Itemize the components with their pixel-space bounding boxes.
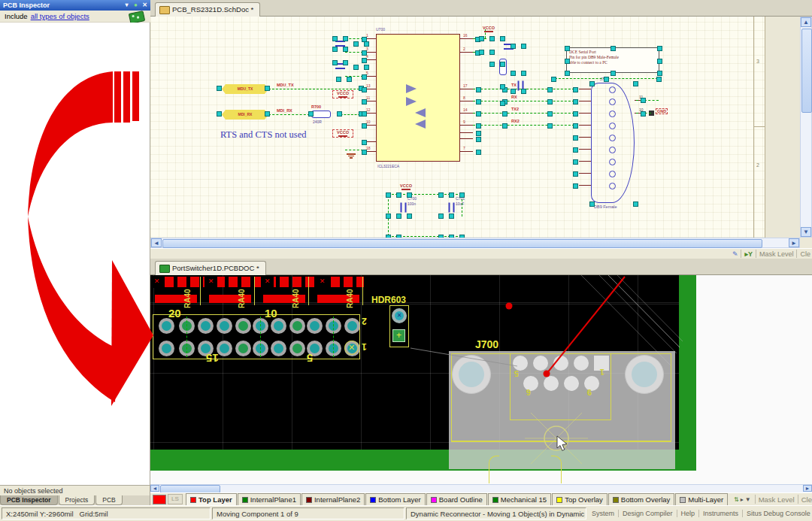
current-layer-swatch[interactable]	[153, 495, 166, 504]
selection-handle[interactable]	[308, 111, 314, 117]
db9-pin[interactable]	[579, 185, 591, 186]
menu-instruments[interactable]: Instruments	[698, 510, 742, 517]
selection-handle[interactable]	[479, 50, 484, 55]
selection-handle[interactable]	[332, 47, 338, 52]
j700-pin[interactable]	[574, 356, 589, 371]
selection-handle[interactable]	[343, 60, 348, 65]
ic-pin[interactable]	[460, 101, 473, 101]
hdr603-pad2[interactable]: +	[392, 329, 405, 342]
selection-handle[interactable]	[573, 147, 578, 153]
clear-button[interactable]: Cle	[801, 495, 812, 504]
selection-handle[interactable]	[343, 36, 348, 41]
selection-handle[interactable]	[547, 111, 553, 117]
selection-handle[interactable]	[438, 214, 444, 219]
selection-handle[interactable]	[449, 192, 454, 198]
selection-handle[interactable]	[500, 101, 505, 106]
panel-tab-pcb-inspector[interactable]: PCB Inspector	[0, 495, 58, 505]
port-mdi_rx[interactable]: MDI_RX	[222, 110, 268, 120]
selection-handle[interactable]	[343, 47, 348, 52]
selection-handle[interactable]	[573, 99, 578, 105]
menu-help[interactable]: Help	[677, 510, 699, 517]
selection-handle[interactable]	[589, 81, 595, 86]
menu-situs-debug-console[interactable]: Situs Debug Console	[742, 510, 812, 517]
schematic-wire[interactable]	[345, 52, 363, 53]
pin-icon[interactable]: ●	[132, 1, 140, 9]
schematic-wire[interactable]	[473, 113, 574, 114]
selection-handle[interactable]	[476, 99, 481, 105]
selection-handle[interactable]	[332, 60, 338, 65]
j700-connector-footprint[interactable]: 5169	[449, 351, 675, 469]
panel-title-bar[interactable]: PCB Inspector ▾ ● ✕	[0, 0, 150, 11]
selection-handle[interactable]	[573, 87, 578, 92]
selection-handle[interactable]	[551, 77, 556, 82]
ic-pin[interactable]	[460, 89, 473, 89]
selection-handle[interactable]	[476, 111, 481, 117]
layer-tab-internalplane2[interactable]: InternalPlane2	[301, 493, 365, 505]
panel-tab-pcb[interactable]: PCB	[95, 495, 122, 505]
selection-handle[interactable]	[449, 235, 454, 238]
gnd-power-symbol[interactable]	[346, 153, 356, 159]
selection-handle[interactable]	[521, 71, 526, 76]
schematic-wire[interactable]	[473, 101, 574, 101]
scroll-right-icon[interactable]: ►	[803, 485, 812, 492]
selection-handle[interactable]	[337, 111, 342, 117]
selection-handle[interactable]	[611, 46, 616, 51]
resistor-symbol[interactable]	[311, 111, 331, 118]
selection-handle[interactable]	[657, 59, 662, 64]
expand-icon[interactable]: ▸	[741, 496, 744, 503]
menu-design-compiler[interactable]: Design Compiler	[618, 510, 677, 517]
selection-handle[interactable]	[386, 192, 391, 198]
scroll-up-icon[interactable]: ▲	[801, 17, 811, 27]
schematic-vscrollbar[interactable]: ▲ ▼	[800, 17, 812, 238]
selection-handle[interactable]	[502, 123, 508, 129]
selection-handle[interactable]	[396, 192, 401, 198]
selection-handle[interactable]	[217, 86, 222, 91]
selection-handle[interactable]	[353, 41, 359, 47]
selection-handle[interactable]	[479, 36, 484, 41]
selection-handle[interactable]	[364, 41, 369, 47]
ic-pin[interactable]	[460, 52, 473, 53]
selection-handle[interactable]	[547, 123, 553, 129]
selection-handle[interactable]	[407, 214, 412, 219]
selection-handle[interactable]	[476, 131, 481, 136]
selection-handle[interactable]	[362, 74, 367, 80]
selection-handle[interactable]	[362, 87, 367, 92]
selection-handle[interactable]	[476, 87, 481, 92]
selection-handle[interactable]	[573, 183, 578, 189]
schematic-wire[interactable]	[462, 195, 462, 217]
selection-handle[interactable]	[396, 214, 401, 219]
vcc-power-symbol[interactable]: VCCO	[332, 90, 353, 98]
selection-handle[interactable]	[489, 62, 495, 67]
selection-handle[interactable]	[521, 44, 526, 49]
selection-handle[interactable]	[547, 99, 553, 105]
db9-pin[interactable]	[579, 173, 591, 174]
layer-tab-bottom-overlay[interactable]: Bottom Overlay	[608, 493, 674, 505]
annotate-pencil-icon[interactable]: ✎	[732, 250, 738, 259]
selection-handle[interactable]	[511, 89, 516, 94]
selection-handle[interactable]	[641, 111, 646, 117]
mask-level-button[interactable]: Mask Level	[759, 495, 795, 504]
selection-handle[interactable]	[633, 201, 638, 207]
schematic-wire[interactable]	[636, 100, 659, 101]
selection-handle[interactable]	[386, 214, 391, 219]
clear-button[interactable]: Cle	[800, 250, 810, 258]
panel-tab-projects[interactable]: Projects	[59, 495, 95, 505]
vcc-power-symbol[interactable]: VCCO	[479, 26, 498, 32]
selection-handle[interactable]	[489, 36, 495, 41]
filter-icon[interactable]: ▸Y	[744, 250, 753, 259]
db9-pin[interactable]	[579, 125, 591, 126]
selection-handle[interactable]	[521, 89, 526, 94]
ls-button[interactable]: LS	[168, 494, 183, 504]
selection-handle[interactable]	[265, 86, 270, 91]
dropdown-icon[interactable]: ▼	[745, 496, 751, 503]
selection-handle[interactable]	[362, 58, 367, 63]
selection-handle[interactable]	[611, 71, 616, 76]
db9-pin[interactable]	[579, 113, 591, 114]
ic-pin[interactable]	[460, 38, 473, 39]
selection-handle[interactable]	[362, 111, 367, 117]
selection-handle[interactable]	[347, 77, 352, 82]
selection-handle[interactable]	[500, 36, 505, 41]
selection-handle[interactable]	[438, 235, 444, 238]
schematic-wire[interactable]	[345, 150, 363, 150]
ic-pin[interactable]	[460, 151, 473, 152]
